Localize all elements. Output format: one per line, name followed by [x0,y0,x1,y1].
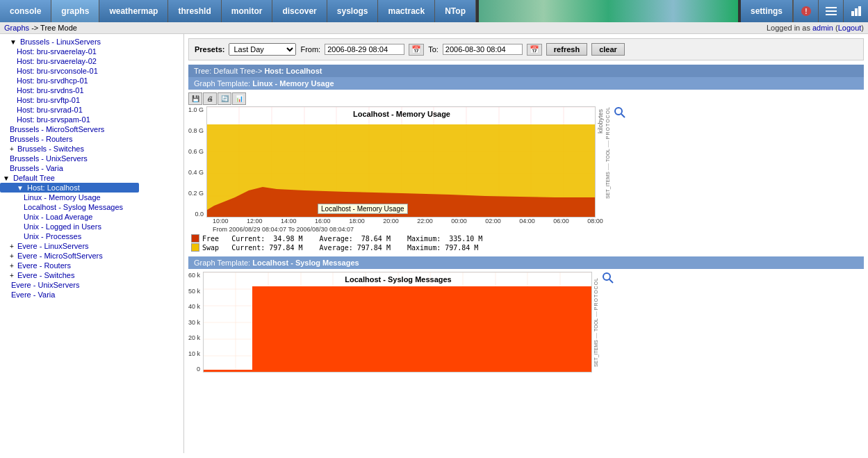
sidebar-link[interactable]: Linux - Memory Usage [24,193,101,202]
breadcrumb-mode: Tree Mode [40,24,77,32]
sidebar-item-brussels-unixservers[interactable]: Brussels - UnixServers [0,154,183,163]
svg-rect-4 [826,14,837,15]
sidebar-item-bru-srvaerelay-02[interactable]: Host: bru-srvaerelay-02 [0,56,183,66]
sidebar-link[interactable]: Localhost - Syslog Messages [24,203,123,211]
nav-tab-ntop[interactable]: NTop [435,0,476,22]
sidebar-item-bru-srvspam-01[interactable]: Host: bru-srvspam-01 [0,115,183,124]
sidebar-link[interactable]: Default Tree [13,174,55,182]
sidebar-link[interactable]: Host: Localhost [27,183,80,192]
save-button[interactable]: 💾 [188,92,202,105]
sidebar-item-evere-routers[interactable]: + Evere - Routers [0,261,183,270]
csv-button[interactable]: 📊 [232,92,246,105]
sidebar-link[interactable]: Brussels - Switches [17,145,84,153]
sidebar-item-brussels-linuxservers[interactable]: ▼ Brussels - LinuxServers [0,37,183,47]
sidebar-item-unix-logged-in-users[interactable]: Unix - Logged in Users [0,222,183,231]
sidebar-link[interactable]: Evere - MicroSoftServers [17,252,103,260]
sidebar-link[interactable]: Host: bru-srvftp-01 [17,96,80,104]
svg-line-32 [621,114,625,117]
sidebar-link[interactable]: Brussels - Routers [10,135,72,143]
sidebar-link[interactable]: Brussels - UnixServers [10,154,88,163]
sidebar-link[interactable]: Evere - Switches [17,271,75,279]
from-input[interactable]: 2006-08-29 08:04 [325,44,404,55]
sidebar-item-bru-srvconsole-01[interactable]: Host: bru-srvconsole-01 [0,66,183,76]
sidebar-link[interactable]: Evere - UnixServers [11,281,79,289]
sidebar-link[interactable]: Brussels - Varia [10,164,63,172]
sidebar-item-host-localhost[interactable]: ▼ Host: Localhost [0,183,139,193]
expand-icon: + [10,262,14,270]
to-input[interactable]: 2006-08-30 08:04 [443,44,523,55]
sidebar-item-bru-srvftp-01[interactable]: Host: bru-srvftp-01 [0,95,183,105]
from-calendar-button[interactable]: 📅 [409,44,424,56]
graph1-magnify[interactable] [614,106,626,120]
nav-tab-mactrack[interactable]: mactrack [378,0,435,22]
refresh-button[interactable]: refresh [546,43,587,56]
expand-icon: ▼ [10,38,17,46]
sidebar-link[interactable]: Brussels - MicroSoftServers [10,125,104,133]
sidebar-link[interactable]: Unix - Processes [24,232,81,240]
nav-tab-syslogs[interactable]: syslogs [327,0,379,22]
nav-icon-menu[interactable] [818,0,843,22]
nav-icon-alert[interactable]: ! [793,0,818,22]
sidebar-link[interactable]: Evere - Routers [17,261,71,270]
graph2-body: 60 k 50 k 40 k 30 k 20 k 10 k 0 [188,272,864,373]
host-value: Localhost [286,67,322,75]
sidebar-link[interactable]: Host: bru-srvaerelay-02 [17,57,97,65]
sidebar-item-bru-srvdns-01[interactable]: Host: bru-srvdns-01 [0,85,183,95]
sidebar-link[interactable]: Host: bru-srvconsole-01 [17,67,98,75]
sidebar-item-localhost-syslog-messages[interactable]: Localhost - Syslog Messages [0,202,183,212]
sidebar-link[interactable]: Brussels - LinuxServers [20,38,101,46]
sidebar-item-evere-switches[interactable]: + Evere - Switches [0,270,183,280]
sidebar-item-unix-load-average[interactable]: Unix - Load Average [0,212,183,222]
svg-point-31 [615,108,622,115]
nav-tab-settings[interactable]: settings [741,0,793,22]
sidebar-link[interactable]: Host: bru-srvdns-01 [17,86,84,95]
breadcrumb-graphs-link[interactable]: Graphs [4,24,29,32]
sidebar-item-evere-microsoftservers[interactable]: + Evere - MicroSoftServers [0,251,183,261]
to-calendar-button[interactable]: 📅 [527,44,542,56]
nav-tab-console[interactable]: console [0,0,51,22]
presets-select[interactable]: Last Day Last Half Hour Last Hour Last 2… [229,43,296,56]
sidebar-item-bru-srvrad-01[interactable]: Host: bru-srvrad-01 [0,105,183,115]
to-label: To: [428,45,439,54]
sidebar-item-brussels-routers[interactable]: Brussels - Routers [0,134,183,144]
sidebar-link[interactable]: Host: bru-srvdhcp-01 [17,76,88,85]
graph1-template-header: Graph Template: Linux - Memory Usage [188,77,864,90]
sidebar-item-evere-linuxservers[interactable]: + Evere - LinuxServers [0,241,183,251]
sidebar-link[interactable]: Evere - LinuxServers [17,242,89,250]
sidebar-link[interactable]: Unix - Load Average [24,213,92,221]
graph1-legend: Free Current: 34.98 M Average: 78.64 M M… [188,233,864,254]
logout-link[interactable]: Logout [838,24,862,32]
sidebar-item-evere-varia[interactable]: Evere - Varia [0,290,183,300]
sidebar-item-unix-processes[interactable]: Unix - Processes [0,231,183,241]
host-label: Host: [264,67,284,75]
sidebar-item-linux-memory-usage[interactable]: Linux - Memory Usage [0,193,183,202]
graph2-magnify[interactable] [602,272,614,286]
nav-tab-threshld[interactable]: threshld [168,0,221,22]
graph2-template-header: Graph Template: Localhost - Syslog Messa… [188,256,864,269]
nav-tab-discover[interactable]: discover [272,0,327,22]
sidebar-item-brussels-switches[interactable]: + Brussels - Switches [0,144,183,154]
sidebar-item-evere-unixservers[interactable]: Evere - UnixServers [0,280,183,290]
graph1-y-axis: 1.0 G 0.8 G 0.6 G 0.4 G 0.2 G 0.0 [188,106,206,218]
svg-line-56 [609,279,613,283]
expand-icon: ▼ [3,174,10,182]
nav-tab-monitor[interactable]: monitor [222,0,273,22]
nav-tab-weathermap[interactable]: weathermap [99,0,168,22]
sidebar-item-brussels-microsoftservers[interactable]: Brussels - MicroSoftServers [0,124,183,134]
print-button[interactable]: 🖨 [203,92,217,105]
clear-button[interactable]: clear [591,43,625,56]
sidebar-link[interactable]: Evere - Varia [11,291,55,299]
nav-tab-graphs[interactable]: graphs [51,0,99,22]
username-link[interactable]: admin [812,24,833,32]
nav-icon-chart[interactable] [843,0,868,22]
refresh-graph-button[interactable]: 🔄 [218,92,231,105]
graph1-toolbar: 💾 🖨 🔄 📊 [188,92,864,105]
sidebar-link[interactable]: Host: bru-srvrad-01 [17,106,83,114]
sidebar-item-default-tree[interactable]: ▼ Default Tree [0,173,183,183]
sidebar-link[interactable]: Unix - Logged in Users [24,222,101,231]
sidebar-item-brussels-varia[interactable]: Brussels - Varia [0,163,183,173]
sidebar-link[interactable]: Host: bru-srvaerelay-01 [17,47,97,56]
sidebar-item-bru-srvaerelay-01[interactable]: Host: bru-srvaerelay-01 [0,47,183,56]
sidebar-item-bru-srvdhcp-01[interactable]: Host: bru-srvdhcp-01 [0,76,183,85]
sidebar-link[interactable]: Host: bru-srvspam-01 [17,115,90,124]
